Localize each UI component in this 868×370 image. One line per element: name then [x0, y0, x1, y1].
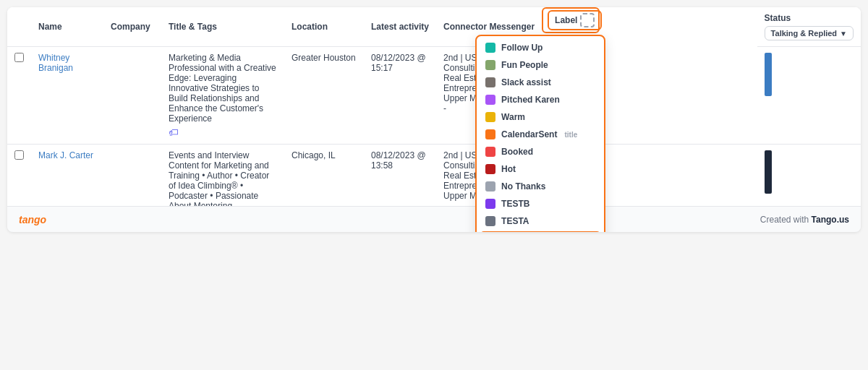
label-dashed-icon [580, 13, 595, 27]
warm-color [485, 112, 495, 122]
calendar-sent-title-color [485, 129, 495, 139]
tango-logo: tango [19, 214, 46, 225]
row1-title-cell: Marketing & Media Professional with a Cr… [161, 47, 284, 145]
dropdown-item-follow-up[interactable]: Follow Up [477, 39, 604, 56]
dropdown-item-testa[interactable]: TESTA [477, 212, 604, 230]
dropdown-item-slack-assist[interactable]: Slack assist [477, 74, 604, 91]
label-dropdown-menu: Follow Up Fun People Slack assist P [475, 35, 605, 232]
row1-tag-icon: 🏷 [169, 126, 179, 138]
status-header-text: Status [765, 13, 854, 23]
row1-company-cell [103, 47, 161, 145]
row1-checkbox[interactable] [14, 53, 24, 62]
checkbox-header [7, 7, 31, 47]
pitched-karen-label: Pitched Karen [501, 95, 560, 105]
dropdown-item-fun-people[interactable]: Fun People [477, 56, 604, 74]
dropdown-item-calendar-sent-title[interactable]: CalendarSent title [477, 126, 604, 143]
company-column-header: Company [103, 7, 161, 47]
label-column-header[interactable]: Label Follow Up Fun People [542, 7, 600, 33]
calendar-sent-title-label: CalendarSent [501, 129, 557, 139]
row1-name-cell: Whitney Branigan [31, 47, 103, 145]
dropdown-item-pitched-karen[interactable]: Pitched Karen [477, 91, 604, 108]
dropdown-item-testb[interactable]: TESTB [477, 195, 604, 212]
row1-status-bar [765, 53, 772, 96]
row2-title-text: Events and Interview Content for Marketi… [169, 150, 277, 211]
label-header-text: Label [555, 15, 577, 25]
chevron-down-icon: ▼ [840, 30, 847, 38]
title-column-header: Title & Tags [161, 7, 284, 47]
testa-color [485, 216, 495, 226]
row1-activity-cell: 08/12/2023 @ 15:17 [364, 47, 436, 145]
name-column-header: Name [31, 7, 103, 47]
dropdown-item-booked[interactable]: Booked [477, 143, 604, 160]
row2-name-link[interactable]: Mark J. Carter [38, 150, 93, 160]
testa-label: TESTA [501, 216, 529, 226]
footer: tango Created with Tango.us [7, 206, 861, 232]
status-dropdown[interactable]: Talking & Replied ▼ [765, 26, 854, 40]
follow-up-label: Follow Up [501, 43, 542, 53]
row1-title-text: Marketing & Media Professional with a Cr… [169, 53, 277, 124]
follow-up-color [485, 43, 495, 53]
no-thanks-color [485, 181, 495, 192]
status-column-header: Status Talking & Replied ▼ [757, 7, 861, 47]
slack-assist-label: Slack assist [501, 77, 551, 87]
row1-name-link[interactable]: Whitney Branigan [38, 53, 73, 73]
row1-checkbox-cell[interactable] [7, 47, 31, 145]
pitched-karen-color [485, 95, 495, 105]
table-row: Whitney Branigan Marketing & Media Profe… [7, 47, 861, 145]
slack-assist-color [485, 77, 495, 87]
dropdown-item-warm[interactable]: Warm [477, 108, 604, 126]
booked-label: Booked [501, 147, 533, 157]
dropdown-item-no-thanks[interactable]: No Thanks [477, 178, 604, 195]
status-value: Talking & Replied [771, 29, 837, 38]
dropdown-item-hot[interactable]: Hot [477, 160, 604, 178]
calendar-sent-subtitle: title [564, 131, 577, 139]
tango-brand: Tango.us [812, 215, 849, 225]
highlighted-section: Calendar Sent Calendar Viewed Calendar B… [480, 231, 601, 232]
hot-label: Hot [501, 164, 516, 174]
testb-color [485, 199, 495, 209]
row2-checkbox[interactable] [14, 150, 24, 160]
row1-status-cell [757, 47, 861, 145]
warm-label: Warm [501, 112, 525, 122]
fun-people-label: Fun People [501, 60, 548, 70]
row1-location-cell: Greater Houston [284, 47, 364, 145]
fun-people-color [485, 60, 495, 70]
hot-color [485, 164, 495, 174]
footer-text: Created with Tango.us [760, 215, 849, 225]
booked-color [485, 147, 495, 157]
testb-label: TESTB [501, 199, 529, 209]
row2-status-bar [765, 150, 772, 194]
no-thanks-label: No Thanks [501, 181, 545, 192]
location-column-header: Location [284, 7, 364, 47]
activity-column-header: Latest activity [364, 7, 436, 47]
